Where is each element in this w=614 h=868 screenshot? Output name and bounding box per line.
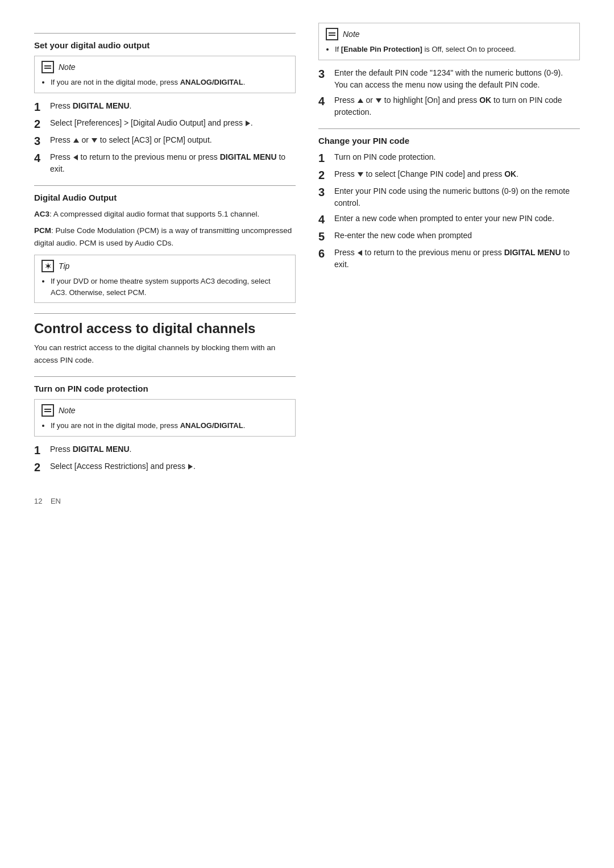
pin-step1: 1 Press DIGITAL MENU. [34, 443, 296, 457]
section2-title: Digital Audio Output [34, 193, 296, 202]
pin-note-label: Note [59, 406, 76, 415]
tip-header: ✶ Tip [42, 260, 288, 272]
arrow-right-2-icon [188, 464, 193, 470]
arrow-left-2-icon [358, 250, 362, 256]
pin-note-icon [42, 404, 54, 417]
right-note-list: If [Enable Pin Protection] is Off, selec… [326, 44, 572, 55]
col-left: Set your digital audio output Note If yo… [34, 23, 296, 505]
arrow-down-icon [92, 138, 97, 143]
step1-3: 3 Press or to select [AC3] or [PCM] outp… [34, 134, 296, 148]
tip-label: Tip [59, 261, 69, 271]
arrow-down-2-icon [376, 98, 381, 103]
change-step1: 1 Turn on PIN code protection. [318, 151, 580, 165]
arrow-up-2-icon [358, 98, 363, 103]
section1-steps: 1 Press DIGITAL MENU. 2 Select [Preferen… [34, 100, 296, 175]
arrow-right-icon [246, 121, 250, 126]
note1-item1: If you are not in the digital mode, pres… [51, 77, 288, 88]
change-pin-steps: 1 Turn on PIN code protection. 2 Press t… [318, 151, 580, 271]
tip-icon: ✶ [42, 260, 54, 272]
right-note-box: Note If [Enable Pin Protection] is Off, … [318, 23, 580, 60]
lang-label: EN [51, 497, 61, 505]
right-step3: 3 Enter the default PIN code "1234" with… [318, 67, 580, 91]
section3-body: You can restrict access to the digital c… [34, 342, 296, 366]
change-pin-title: Change your PIN code [318, 136, 580, 146]
change-step3: 3 Enter your PIN code using the numeric … [318, 185, 580, 209]
right-note-item1: If [Enable Pin Protection] is Off, selec… [335, 44, 572, 55]
section2-definitions: AC3: A compressed digital audio format t… [34, 208, 296, 250]
pin-note-box: Note If you are not in the digital mode,… [34, 399, 296, 437]
divider-1 [34, 33, 296, 34]
arrow-up-icon [73, 138, 79, 143]
right-step4: 4 Press or to highlight [On] and press O… [318, 94, 580, 118]
step1-1: 1 Press DIGITAL MENU. [34, 100, 296, 114]
change-step2: 2 Press to select [Change PIN code] and … [318, 168, 580, 182]
change-step6: 6 Press to return to the previous menu o… [318, 247, 580, 271]
arrow-down-3-icon [358, 172, 363, 177]
col-right: Note If [Enable Pin Protection] is Off, … [318, 23, 580, 505]
tip-list: If your DVD or home theatre system suppo… [42, 276, 288, 298]
page-number: 12 [34, 497, 42, 505]
pin-steps: 1 Press DIGITAL MENU. 2 Select [Access R… [34, 443, 296, 474]
divider-3 [34, 313, 296, 314]
right-steps-top: 3 Enter the default PIN code "1234" with… [318, 67, 580, 118]
divider-change-pin [318, 128, 580, 129]
note1-icon [42, 61, 54, 73]
change-step5: 5 Re-enter the new code when prompted [318, 230, 580, 243]
tip-item1: If your DVD or home theatre system suppo… [51, 276, 288, 298]
step1-4: 4 Press to return to the previous menu o… [34, 151, 296, 175]
def-ac3: AC3: A compressed digital audio format t… [34, 208, 296, 221]
right-note-header: Note [326, 28, 572, 40]
tip-box: ✶ Tip If your DVD or home theatre system… [34, 255, 296, 303]
note1-bold: ANALOG/DIGITAL [180, 78, 243, 86]
arrow-left-icon [73, 155, 78, 160]
pin-note-item1: If you are not in the digital mode, pres… [51, 420, 288, 431]
subsection-pin-title: Turn on PIN code protection [34, 384, 296, 393]
page-footer: 12 EN [34, 497, 296, 505]
pin-note-list: If you are not in the digital mode, pres… [42, 420, 288, 431]
right-note-icon [326, 28, 338, 40]
section1-title: Set your digital audio output [34, 40, 296, 50]
pin-step2: 2 Select [Access Restrictions] and press… [34, 460, 296, 474]
divider-4 [34, 376, 296, 377]
right-note-label: Note [343, 30, 360, 39]
divider-2 [34, 185, 296, 186]
note1-header: Note [42, 61, 288, 73]
step1-2: 2 Select [Preferences] > [Digital Audio … [34, 117, 296, 131]
section3-large-title: Control access to digital channels [34, 321, 296, 337]
change-step4: 4 Enter a new code when prompted to ente… [318, 213, 580, 226]
section1-note-box: Note If you are not in the digital mode,… [34, 56, 296, 93]
pin-note-header: Note [42, 404, 288, 417]
note1-list: If you are not in the digital mode, pres… [42, 77, 288, 88]
note1-label: Note [59, 63, 76, 72]
page-layout: Set your digital audio output Note If yo… [34, 23, 580, 505]
def-pcm: PCM: Pulse Code Modulation (PCM) is a wa… [34, 225, 296, 249]
